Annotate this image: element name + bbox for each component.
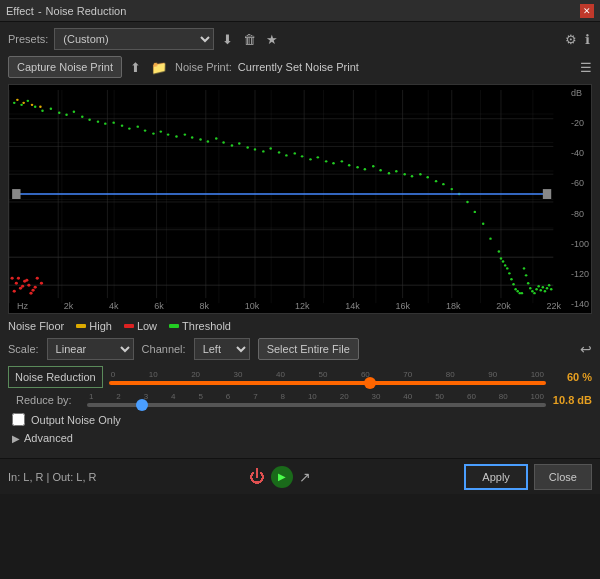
x-label-hz: Hz xyxy=(17,301,28,311)
legend-threshold-label: Threshold xyxy=(182,320,231,332)
output-noise-only-row: Output Noise Only xyxy=(8,413,592,426)
svg-point-88 xyxy=(514,288,517,290)
reduce-by-slider[interactable] xyxy=(87,403,546,407)
x-label-16k: 16k xyxy=(396,301,411,311)
preset-favorite-button[interactable]: ★ xyxy=(264,32,280,47)
noise-reduction-value: 60 % xyxy=(552,371,592,383)
svg-point-94 xyxy=(527,282,530,284)
scale-label: Scale: xyxy=(8,343,39,355)
svg-point-100 xyxy=(539,289,542,291)
y-label-120: -120 xyxy=(571,270,589,279)
svg-point-120 xyxy=(16,99,19,101)
svg-point-117 xyxy=(25,279,28,282)
svg-point-91 xyxy=(521,292,524,294)
advanced-chevron-icon: ▶ xyxy=(12,433,20,444)
legend-high-label: High xyxy=(89,320,112,332)
preset-delete-button[interactable]: 🗑 xyxy=(241,32,258,47)
info-icon-button[interactable]: ℹ xyxy=(583,32,592,47)
svg-point-84 xyxy=(506,267,509,269)
select-entire-file-button[interactable]: Select Entire File xyxy=(258,338,359,360)
play-button[interactable]: ▶ xyxy=(271,466,293,488)
svg-point-118 xyxy=(29,292,32,295)
upload-noise-print-button[interactable]: ⬆ xyxy=(128,60,143,75)
power-button[interactable]: ⏻ xyxy=(249,468,265,486)
noise-floor-right-handle xyxy=(543,189,551,199)
svg-point-68 xyxy=(403,173,406,175)
svg-point-119 xyxy=(34,286,37,289)
controls-row: Scale: Linear Logarithmic Channel: Left … xyxy=(8,338,592,360)
channel-select[interactable]: Left Right Both xyxy=(194,338,250,360)
close-button[interactable]: Close xyxy=(534,464,592,490)
svg-point-53 xyxy=(285,154,288,156)
undo-button[interactable]: ↩ xyxy=(580,341,592,357)
svg-point-70 xyxy=(419,173,422,175)
folder-noise-print-button[interactable]: 📁 xyxy=(149,60,169,75)
output-noise-only-label[interactable]: Output Noise Only xyxy=(31,414,121,426)
svg-point-55 xyxy=(301,155,304,157)
output-noise-only-checkbox[interactable] xyxy=(12,413,25,426)
bottom-bar: In: L, R | Out: L, R ⏻ ▶ ↗ Apply Close xyxy=(0,458,600,494)
svg-point-105 xyxy=(550,288,553,290)
noise-floor-left-handle xyxy=(12,189,20,199)
svg-point-24 xyxy=(58,112,61,114)
close-window-button[interactable]: ✕ xyxy=(580,4,594,18)
svg-point-121 xyxy=(22,102,25,104)
noise-print-value: Currently Set Noise Print xyxy=(238,61,359,73)
svg-point-36 xyxy=(152,132,155,134)
svg-point-49 xyxy=(254,148,257,150)
chart-y-labels: dB -20 -40 -60 -80 -100 -120 -140 xyxy=(571,85,589,313)
svg-point-103 xyxy=(546,287,549,289)
channel-label: Channel: xyxy=(142,343,186,355)
svg-point-18 xyxy=(13,102,16,104)
title-bar-text: Effect - Noise Reduction xyxy=(6,5,126,17)
playback-controls: ⏻ ▶ ↗ xyxy=(249,466,311,488)
svg-point-46 xyxy=(231,144,234,146)
x-label-10k: 10k xyxy=(245,301,260,311)
legend-high: High xyxy=(76,320,112,332)
svg-point-122 xyxy=(31,104,34,106)
apply-button[interactable]: Apply xyxy=(464,464,528,490)
svg-point-57 xyxy=(317,156,320,158)
svg-point-39 xyxy=(175,135,178,137)
y-label-140: -140 xyxy=(571,300,589,309)
svg-point-89 xyxy=(516,290,519,292)
svg-point-87 xyxy=(512,283,515,285)
svg-point-111 xyxy=(32,289,35,292)
svg-point-106 xyxy=(11,277,14,280)
noise-reduction-slider[interactable] xyxy=(109,381,546,385)
svg-point-35 xyxy=(144,129,147,131)
threshold-color-dot xyxy=(169,324,179,328)
svg-point-95 xyxy=(529,287,532,289)
noise-reduction-label: Noise Reduction xyxy=(8,366,103,388)
y-label-80: -80 xyxy=(571,210,589,219)
svg-point-30 xyxy=(104,122,107,124)
svg-point-115 xyxy=(17,277,20,280)
svg-point-74 xyxy=(451,188,454,190)
svg-point-86 xyxy=(510,278,513,280)
svg-point-77 xyxy=(474,211,477,213)
low-color-dot xyxy=(124,324,134,328)
svg-point-61 xyxy=(348,164,351,166)
svg-point-41 xyxy=(191,136,194,138)
presets-select[interactable]: (Custom) xyxy=(54,28,214,50)
capture-noise-print-button[interactable]: Capture Noise Print xyxy=(8,56,122,78)
svg-point-44 xyxy=(215,137,218,139)
scale-select[interactable]: Linear Logarithmic xyxy=(47,338,134,360)
x-label-4k: 4k xyxy=(109,301,119,311)
noise-reduction-row: Noise Reduction 0 10 20 30 40 50 60 70 8… xyxy=(8,366,592,388)
advanced-row[interactable]: ▶ Advanced xyxy=(8,432,592,444)
settings-icon-button[interactable]: ⚙ xyxy=(563,32,579,47)
y-label-40: -40 xyxy=(571,149,589,158)
svg-point-112 xyxy=(36,277,39,280)
export-button[interactable]: ↗ xyxy=(299,469,311,485)
svg-point-92 xyxy=(523,267,526,269)
svg-point-60 xyxy=(341,160,344,162)
x-label-6k: 6k xyxy=(154,301,164,311)
svg-point-93 xyxy=(525,274,528,276)
noise-print-menu-button[interactable]: ☰ xyxy=(580,60,592,75)
svg-point-123 xyxy=(39,106,42,108)
svg-point-102 xyxy=(544,290,547,292)
legend-low-label: Low xyxy=(137,320,157,332)
preset-download-button[interactable]: ⬇ xyxy=(220,32,235,47)
svg-point-64 xyxy=(372,165,375,167)
